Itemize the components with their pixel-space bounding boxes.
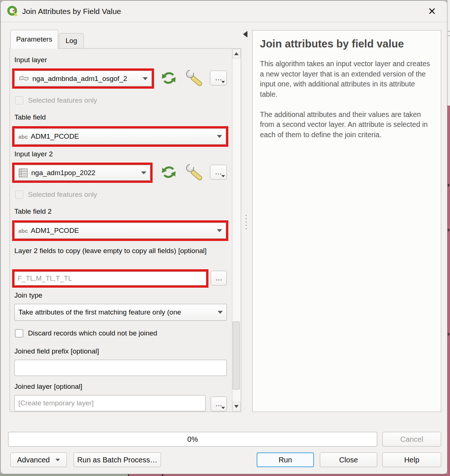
joined-field-prefix-input[interactable] — [14, 360, 227, 376]
help-panel: Join attributes by field value This algo… — [252, 30, 441, 412]
progress-percent: 0% — [188, 435, 198, 444]
parameters-panel: Input layer nga_admbnda_adm1_osgof_2 — [10, 48, 241, 412]
iterate-icon — [161, 70, 177, 86]
scrollbar-thumb[interactable] — [233, 322, 240, 390]
table-field2-value: ADM1_PCODE — [31, 227, 215, 235]
chevron-down-icon — [218, 311, 223, 314]
browse-ellipsis-label: … — [215, 74, 222, 82]
input-layer2-browse-button[interactable]: … — [210, 165, 227, 180]
table-field2-label: Table field 2 — [14, 207, 51, 216]
chevron-down-icon — [143, 77, 148, 80]
join-type-combobox-wrap: Take attributes of the first matching fe… — [14, 304, 227, 321]
collapse-panel-arrow-icon[interactable] — [243, 31, 247, 38]
join-type-label: Join type — [14, 291, 42, 299]
scroll-up-button[interactable] — [232, 49, 240, 58]
background-window-mark — [448, 31, 450, 36]
input-layer-value: nga_admbnda_adm1_osgof_2 — [32, 75, 140, 83]
map-canvas-mark — [448, 333, 449, 335]
table-field-value: ADM1_PCODE — [31, 132, 215, 141]
parameters-scrollbar[interactable] — [232, 49, 240, 411]
fields-to-copy-highlight — [12, 269, 208, 288]
discard-records-label: Discard records which could not be joine… — [28, 329, 157, 337]
help-paragraph: The additional attributes and their valu… — [260, 110, 433, 140]
close-icon[interactable]: ✕ — [425, 4, 439, 18]
wrench-icon — [184, 68, 203, 88]
input-layer-combobox[interactable]: nga_admbnda_adm1_osgof_2 — [14, 71, 152, 86]
input-layer2-combobox[interactable]: nga_adm1pop_2022 — [14, 165, 150, 181]
fields-to-copy-browse-button[interactable]: … — [211, 271, 227, 285]
iterate-icon — [161, 164, 177, 180]
run-button[interactable]: Run — [257, 452, 314, 467]
chevron-down-icon — [221, 81, 225, 83]
joined-layer-browse-button[interactable]: … — [211, 397, 227, 411]
table-field-label: Table field — [14, 113, 46, 121]
iterate-button[interactable] — [160, 163, 178, 181]
join-type-combobox[interactable]: Take attributes of the first matching fe… — [14, 304, 227, 321]
input-layer2-value: nga_adm1pop_2022 — [31, 169, 139, 177]
progress-bar: 0% — [8, 432, 377, 447]
chevron-down-icon — [141, 171, 146, 174]
input-layer2-highlight: nga_adm1pop_2022 — [12, 163, 153, 183]
selected-features-label: Selected features only — [28, 96, 97, 104]
selected-features-row: Selected features only — [15, 96, 97, 104]
joined-layer-label: Joined layer [optional] — [14, 383, 82, 391]
table-field-highlight: abc ADM1_PCODE — [12, 126, 228, 147]
map-canvas-mark — [448, 229, 449, 231]
run-as-batch-label: Run as Batch Process… — [77, 456, 157, 464]
table-field-combobox[interactable]: abc ADM1_PCODE — [14, 128, 226, 145]
splitter-handle[interactable] — [246, 215, 247, 229]
dialog-titlebar: Join Attributes by Field Value ✕ — [1, 1, 447, 22]
discard-records-checkbox[interactable] — [15, 329, 23, 337]
chevron-down-icon — [217, 135, 222, 138]
help-button[interactable]: Help — [382, 452, 441, 467]
fields-to-copy-label: Layer 2 fields to copy (leave empty to c… — [14, 246, 215, 256]
arrow-down-icon — [234, 405, 239, 408]
fields-to-copy-input[interactable] — [14, 271, 206, 285]
qgis-logo-icon — [6, 4, 19, 18]
help-paragraph: This algorithm takes an input vector lay… — [260, 59, 433, 100]
table-layer-icon — [18, 168, 28, 178]
browse-ellipsis-label: … — [215, 168, 222, 176]
advanced-options-button[interactable] — [183, 68, 204, 88]
dialog-title: Join Attributes by Field Value — [22, 7, 121, 16]
selected-features2-checkbox[interactable] — [15, 191, 23, 199]
discard-records-row: Discard records which could not be joine… — [15, 329, 157, 337]
input-layer2-label: Input layer 2 — [14, 150, 53, 158]
chevron-down-icon — [217, 229, 222, 232]
string-type-icon: abc — [18, 228, 28, 234]
advanced-options-button[interactable] — [183, 162, 204, 182]
input-layer-highlight: nga_admbnda_adm1_osgof_2 — [12, 68, 154, 89]
close-label: Close — [339, 456, 358, 464]
arrow-up-icon — [234, 52, 239, 55]
map-canvas-mark — [448, 184, 449, 187]
selected-features-checkbox[interactable] — [15, 96, 23, 104]
table-field2-combobox[interactable]: abc ADM1_PCODE — [14, 223, 226, 239]
chevron-down-icon — [221, 407, 225, 409]
chevron-down-icon — [221, 175, 225, 177]
polygon-layer-icon — [18, 75, 29, 83]
join-attributes-dialog: Join Attributes by Field Value ✕ Paramet… — [0, 0, 447, 474]
scroll-down-button[interactable] — [232, 402, 240, 411]
string-type-icon: abc — [18, 134, 28, 140]
close-button[interactable]: Close — [320, 452, 377, 467]
wrench-icon — [184, 163, 203, 182]
iterate-button[interactable] — [160, 69, 178, 87]
map-canvas-sliver — [447, 106, 450, 476]
joined-layer-input[interactable] — [14, 395, 206, 411]
join-type-value: Take attributes of the first matching fe… — [18, 308, 215, 316]
tab-parameters[interactable]: Parameters — [10, 30, 58, 49]
input-layer-label: Input layer — [14, 56, 47, 64]
chevron-down-icon — [56, 459, 60, 461]
advanced-button[interactable]: Advanced — [10, 452, 67, 467]
advanced-label: Advanced — [17, 456, 50, 464]
help-title: Join attributes by field value — [260, 38, 433, 50]
run-as-batch-button[interactable]: Run as Batch Process… — [74, 452, 161, 467]
cancel-button[interactable]: Cancel — [382, 432, 441, 447]
tab-log[interactable]: Log — [59, 33, 84, 48]
input-layer-browse-button[interactable]: … — [210, 71, 227, 85]
joined-field-prefix-label: Joined field prefix [optional] — [14, 347, 99, 355]
selected-features2-label: Selected features only — [28, 191, 97, 199]
table-field2-highlight: abc ADM1_PCODE — [12, 220, 228, 241]
browse-ellipsis-label: … — [215, 274, 222, 282]
help-label: Help — [404, 456, 419, 464]
